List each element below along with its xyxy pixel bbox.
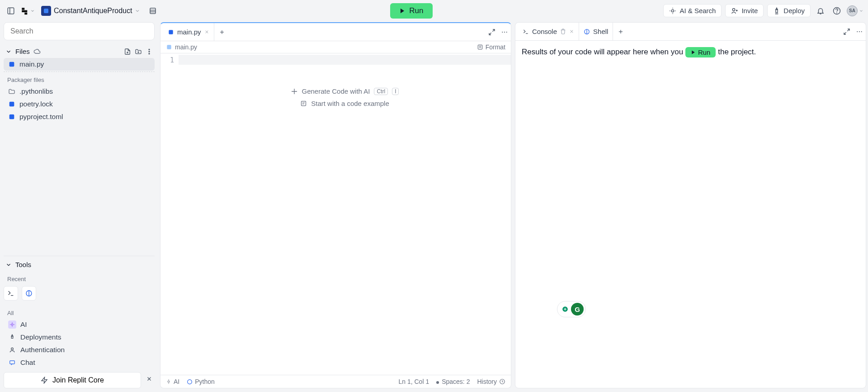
invite-button[interactable]: Invite [725,4,764,17]
svg-rect-0 [8,8,14,14]
trash-icon[interactable] [560,29,566,34]
project-name: ConstantAntiqueProduct [54,7,132,15]
join-core-button[interactable]: Join Replit Core [4,372,141,388]
generate-code-ai-button[interactable]: Generate Code with AI Ctrl I [291,87,399,95]
console-message-before: Results of your code will appear here wh… [522,48,685,56]
file-item-pyproject[interactable]: pyproject.toml [4,110,155,123]
indent-setting[interactable]: Spaces: 2 [436,378,470,385]
svg-line-62 [844,32,846,34]
svg-point-22 [149,53,150,54]
tool-ai[interactable]: AI [4,318,155,331]
folder-icon [8,88,15,95]
tab-close-icon[interactable] [204,29,209,34]
deploy-button[interactable]: Deploy [767,4,811,17]
format-button[interactable]: Format [477,43,505,51]
panel-toggle-icon[interactable] [5,5,17,17]
svg-rect-23 [9,62,14,67]
svg-point-45 [506,32,507,33]
files-section-header[interactable]: Files [4,45,155,58]
notifications-icon[interactable] [814,5,827,17]
console-tabs: Console Shell [515,23,866,41]
lightning-icon [41,377,48,384]
svg-rect-25 [9,115,14,120]
tool-chat[interactable]: Chat [4,356,155,369]
svg-point-15 [837,13,837,13]
ai-icon [8,320,16,329]
more-icon[interactable] [856,28,863,35]
python-file-icon [8,113,15,120]
editor-panel: main.py main.py Format [160,22,511,388]
grammarly-widget[interactable]: G [557,301,586,317]
run-button[interactable]: Run [390,3,432,19]
file-item-poetry-lock[interactable]: poetry.lock [4,98,155,110]
account-menu[interactable]: SA [847,5,863,16]
svg-rect-36 [169,30,173,34]
project-selector[interactable]: ConstantAntiqueProduct [38,5,143,17]
svg-point-65 [861,31,862,32]
file-item-pythonlibs[interactable]: .pythonlibs [4,85,155,98]
svg-rect-5 [150,8,156,14]
svg-rect-24 [9,102,14,107]
packager-heading: Packager files [4,72,155,85]
python-file-icon [166,44,172,50]
replit-logo-icon[interactable] [21,5,35,17]
status-bar: AI Python Ln 1, Col 1 Spaces: 2 History [160,375,511,388]
chat-icon [8,359,16,367]
svg-line-41 [492,29,495,32]
example-icon [300,100,307,107]
inline-run-button[interactable]: Run [685,47,716,57]
all-heading: All [4,305,155,318]
tab-mainpy[interactable]: main.py [163,23,214,41]
status-language[interactable]: Python [187,378,215,385]
recent-tool-console[interactable] [4,286,18,301]
expand-icon[interactable] [488,29,495,36]
new-tab-button[interactable] [613,29,628,35]
svg-marker-8 [401,8,404,13]
tab-shell[interactable]: Shell [579,23,613,40]
grammarly-add-icon [562,306,568,312]
more-icon[interactable] [501,29,508,36]
svg-point-63 [857,31,858,32]
sidebar: Files main.py Packager files .pythonlibs… [0,21,158,392]
new-tab-button[interactable] [214,29,230,35]
file-item-main[interactable]: main.py [4,58,155,71]
close-join-button[interactable] [144,373,155,384]
python-file-icon [168,29,174,35]
shell-icon [584,29,590,35]
history-button[interactable]: History [477,378,505,385]
tab-close-icon[interactable] [569,29,574,34]
run-label: Run [409,6,423,15]
status-ai[interactable]: AI [166,378,179,385]
new-folder-icon[interactable] [135,48,142,55]
python-file-icon [8,61,15,68]
ai-search-button[interactable]: AI & Search [663,4,722,17]
svg-rect-4 [24,12,27,14]
new-file-icon[interactable] [124,48,131,55]
database-icon[interactable] [146,5,159,17]
svg-rect-3 [22,10,27,12]
svg-point-64 [859,31,860,32]
help-icon[interactable] [830,5,843,17]
svg-line-61 [847,29,849,31]
tool-authentication[interactable]: Authentication [4,344,155,356]
recent-tool-shell[interactable] [22,286,36,301]
svg-rect-2 [22,8,24,10]
code-editor[interactable]: 1 Generate Code with AI Ctrl I Start wit… [160,53,511,375]
python-file-icon [8,100,15,108]
cursor-position[interactable]: Ln 1, Col 1 [398,378,429,385]
ai-sparkle-icon [291,88,298,95]
expand-icon[interactable] [843,28,850,35]
svg-point-43 [502,32,503,33]
files-label: Files [15,48,30,55]
python-icon [41,6,51,16]
more-icon[interactable] [146,48,153,55]
console-panel: Console Shell [515,22,866,388]
tools-section-header[interactable]: Tools [4,256,155,271]
tab-console[interactable]: Console [518,23,579,40]
svg-point-54 [188,379,192,384]
search-input[interactable] [4,22,155,40]
tool-deployments[interactable]: Deployments [4,331,155,344]
start-example-button[interactable]: Start with a code example [300,100,389,107]
svg-point-27 [11,324,13,325]
breadcrumb: main.py [175,43,197,51]
